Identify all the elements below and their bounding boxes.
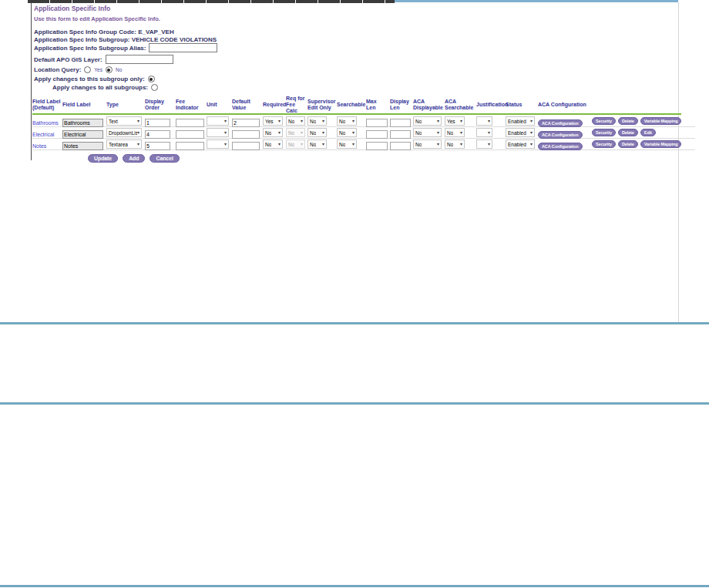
req-fee-calc-select[interactable]: No▾ (286, 139, 305, 149)
divider-line-middle (0, 402, 709, 405)
delete-button[interactable]: Delete (618, 117, 638, 125)
field-default-link[interactable]: Electrical (32, 132, 54, 137)
chevron-down-icon: ▾ (322, 142, 324, 146)
apply-subgroup-only-radio[interactable] (148, 76, 155, 82)
top-tab-bar (28, 0, 395, 3)
chevron-down-icon: ▾ (278, 130, 281, 135)
divider-line-bottom (0, 585, 709, 587)
required-select[interactable]: Yes▾ (263, 116, 283, 126)
chevron-down-icon: ▾ (224, 130, 227, 135)
chevron-down-icon: ▾ (224, 119, 227, 123)
delete-button[interactable]: Delete (618, 129, 638, 136)
column-header-type: Type (106, 102, 145, 108)
location-no-radio[interactable] (106, 66, 113, 73)
chevron-down-icon: ▾ (352, 142, 354, 146)
searchable-select[interactable]: No▾ (337, 139, 357, 149)
display-order-input[interactable] (145, 142, 170, 150)
required-select[interactable]: No▾ (263, 139, 283, 149)
column-header-unit: Unit (207, 102, 232, 108)
chevron-down-icon: ▾ (437, 119, 439, 123)
column-header-justification: Justification (476, 102, 506, 108)
justification-select[interactable]: ▾ (476, 128, 492, 137)
status-select[interactable]: Enabled▾ (506, 128, 535, 137)
aca-displayable-select[interactable]: No▾ (413, 116, 442, 126)
aca-searchable-select[interactable]: No▾ (445, 139, 465, 149)
unit-select[interactable]: ▾ (207, 139, 229, 149)
cancel-button[interactable]: Cancel (150, 154, 179, 163)
variable-mapping-button[interactable]: Variable Mapping (640, 140, 682, 148)
security-button[interactable]: Security (592, 129, 616, 136)
content-frame-right-border (678, 2, 679, 323)
chevron-down-icon: ▾ (278, 119, 281, 123)
security-button[interactable]: Security (592, 140, 616, 148)
column-header-display-len: Display Len (390, 99, 413, 111)
required-select[interactable]: No▾ (263, 128, 283, 137)
chevron-down-icon: ▾ (278, 142, 281, 146)
chevron-down-icon: ▾ (530, 130, 533, 135)
field-label-input[interactable] (62, 142, 103, 150)
security-button[interactable]: Security (592, 117, 616, 125)
column-header-aca-searchable: ACA Searchable (445, 99, 476, 111)
subgroup-label: Application Spec Info Subgroup: (34, 36, 129, 43)
chevron-down-icon: ▾ (137, 142, 139, 146)
alias-input[interactable] (149, 43, 217, 52)
req-fee-calc-select[interactable]: No▾ (286, 128, 305, 137)
default-value-input[interactable] (232, 142, 260, 150)
column-header-aca-configuration: ACA Configuration (538, 102, 592, 108)
gis-layer-row: Default APO GIS Layer: (34, 55, 173, 64)
chevron-down-icon: ▾ (301, 119, 303, 123)
chevron-down-icon: ▾ (137, 119, 139, 123)
location-yes-label: Yes (94, 67, 102, 72)
location-yes-radio[interactable] (84, 66, 91, 73)
unit-select[interactable]: ▾ (207, 116, 229, 126)
type-select[interactable]: Textarea▾ (106, 139, 142, 149)
gis-layer-input[interactable] (106, 55, 173, 64)
update-button[interactable]: Update (88, 154, 118, 163)
column-header-field-label: Field Label (62, 102, 106, 108)
edit-button[interactable]: Edit (640, 129, 656, 136)
supervisor-edit-select[interactable]: No▾ (307, 139, 327, 149)
subgroup-value: VEHICLE CODE VIOLATIONS (132, 36, 217, 43)
page-subtitle: Use this form to edit Application Specif… (34, 15, 160, 22)
aca-displayable-select[interactable]: No▾ (413, 139, 442, 149)
supervisor-edit-select[interactable]: No▾ (307, 128, 327, 137)
column-header-supervisor-edit-only: Supervisor Edit Only (307, 99, 337, 111)
searchable-select[interactable]: No▾ (337, 128, 357, 137)
aca-searchable-select[interactable]: Yes▾ (445, 116, 465, 126)
justification-select[interactable]: ▾ (476, 116, 492, 126)
page-title: Application Specific Info (34, 5, 110, 12)
aca-searchable-select[interactable]: No▾ (445, 128, 465, 137)
status-select[interactable]: Enabled▾ (506, 116, 535, 126)
variable-mapping-button[interactable]: Variable Mapping (640, 117, 682, 125)
column-header-required: Required (263, 102, 286, 108)
add-button[interactable]: Add (123, 154, 145, 163)
type-select[interactable]: DropdownList▾ (106, 128, 142, 137)
justification-select[interactable]: ▾ (476, 139, 492, 149)
chevron-down-icon: ▾ (530, 119, 533, 123)
aca-configuration-button[interactable]: ACA Configuration (538, 143, 583, 150)
chevron-down-icon: ▾ (488, 142, 490, 146)
chevron-down-icon: ▾ (488, 119, 490, 123)
status-select[interactable]: Enabled▾ (506, 139, 535, 149)
field-default-link[interactable]: Bathrooms (32, 120, 59, 126)
max-len-input[interactable] (366, 142, 388, 150)
req-fee-calc-select[interactable]: No▾ (286, 116, 305, 126)
type-select[interactable]: Text▾ (106, 116, 142, 126)
application-specific-info-page: Application Specific Info Use this form … (0, 0, 709, 588)
field-default-link[interactable]: Notes (32, 143, 46, 149)
aca-displayable-select[interactable]: No▾ (413, 128, 442, 137)
delete-button[interactable]: Delete (618, 140, 638, 148)
supervisor-edit-select[interactable]: No▾ (307, 116, 327, 126)
location-query-label: Location Query: (34, 66, 81, 73)
apply-all-subgroups-radio[interactable] (151, 84, 158, 91)
alias-label: Application Spec Info Subgroup Alias: (34, 45, 146, 52)
apply-subgroup-only-row: Apply changes to this subgroup only: (34, 76, 155, 82)
table-row: Electrical DropdownList▾ ▾ No▾ No▾ No▾ N… (32, 127, 695, 139)
display-len-input[interactable] (390, 142, 411, 150)
chevron-down-icon: ▾ (352, 119, 354, 123)
chevron-down-icon: ▾ (322, 130, 324, 135)
searchable-select[interactable]: No▾ (337, 116, 357, 126)
group-code-label: Application Spec Info Group Code: (34, 29, 136, 35)
fee-indicator-input[interactable] (176, 142, 204, 150)
unit-select[interactable]: ▾ (207, 128, 229, 137)
